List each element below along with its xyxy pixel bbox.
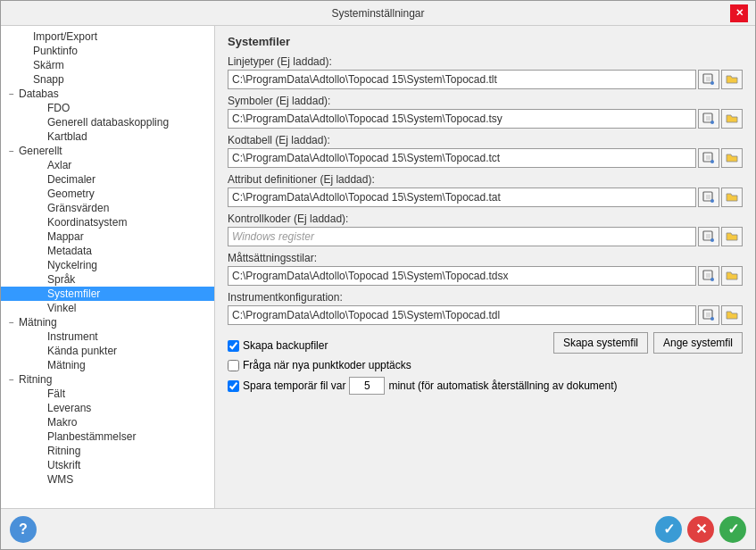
sidebar-item-wms[interactable]: WMS [1,472,214,487]
field-group-kodtabell: Kodtabell (Ej laddad): [228,134,743,168]
field-group-attribut: Attribut definitioner (Ej laddad): [228,173,743,207]
field-reload-btn-attribut[interactable] [698,188,719,207]
fraga-punktkoder-label[interactable]: Fråga när nya punktkoder upptäcks [228,359,743,371]
sidebar-item-skarm[interactable]: Skärm [1,58,214,72]
field-open-btn-instrumentkonfiguration[interactable] [721,305,743,325]
sidebar-item-label-snapp: Snapp [33,73,64,86]
field-open-btn-kodtabell[interactable] [721,148,743,168]
sidebar-item-utskrift[interactable]: Utskrift [1,458,214,472]
field-reload-btn-kontrollkoder[interactable] [698,227,719,246]
close-button[interactable]: ✕ [730,4,748,22]
sidebar-item-koordinatsystem[interactable]: Koordinatsystem [1,215,214,229]
field-input-kontrollkoder[interactable] [228,227,696,246]
sidebar-item-generell-databaskoppling[interactable]: Generell databaskoppling [1,115,214,129]
sidebar-item-label-makro: Makro [47,416,77,429]
field-open-btn-attribut[interactable] [721,188,743,207]
sidebar-item-axlar[interactable]: Axlar [1,158,214,172]
skapa-backupfiler-checkbox[interactable] [228,340,239,352]
field-reload-btn-mattsattningsstilar[interactable] [698,266,719,286]
field-label-linjetyper: Linjetyper (Ej laddad): [228,55,743,68]
sidebar-item-label-matning-sub: Mätning [47,359,86,371]
field-input-attribut[interactable] [228,188,696,207]
field-open-btn-linjetyper[interactable] [721,70,743,89]
sidebar-item-systemfiler[interactable]: Systemfiler [1,287,214,301]
sidebar-item-leverans[interactable]: Leverans [1,401,214,415]
field-reload-btn-kodtabell[interactable] [698,148,719,168]
field-row-mattsattningsstilar [228,266,743,286]
sidebar-item-generellt[interactable]: −Generellt [1,144,214,158]
field-group-symboler: Symboler (Ej laddad): [228,95,743,129]
sidebar-item-falt[interactable]: Fält [1,387,214,401]
sidebar-item-databas[interactable]: −Databas [1,87,214,101]
apply-button[interactable]: ✓ [719,516,746,543]
sidebar-item-label-generell-databaskoppling: Generell databaskoppling [47,116,169,129]
sidebar-item-kartblad[interactable]: Kartblad [1,129,214,144]
sidebar: Import/ExportPunktinfoSkärmSnapp−Databas… [1,26,215,508]
field-open-btn-symboler[interactable] [721,109,743,129]
help-button[interactable]: ? [10,516,37,543]
sidebar-item-makro[interactable]: Makro [1,415,214,429]
content-panel: Systemfiler Linjetyper (Ej laddad):Symbo… [215,26,755,508]
sidebar-item-fdo[interactable]: FDO [1,101,214,115]
reload-icon [702,270,715,282]
bottom-left: ? [10,516,37,543]
sidebar-item-kanda-punkter[interactable]: Kända punkter [1,344,214,358]
skapa-backupfiler-label[interactable]: Skapa backupfiler [228,339,328,352]
expand-icon-ritning: − [4,375,19,385]
sidebar-item-label-vinkel: Vinkel [47,302,76,314]
minutes-suffix: minut (för automatisk återställning av d… [388,379,617,392]
sidebar-item-label-falt: Fält [47,388,65,400]
sidebar-item-gransvarden[interactable]: Gränsvärden [1,201,214,215]
fraga-punktkoder-text: Fråga när nya punktkoder upptäcks [243,359,411,371]
folder-icon [726,112,738,125]
main-content: Import/ExportPunktinfoSkärmSnapp−Databas… [1,26,755,508]
sidebar-item-planbestammelser[interactable]: Planbestämmelser [1,429,214,444]
svg-point-7 [710,199,714,203]
sidebar-item-label-koordinatsystem: Koordinatsystem [47,216,127,229]
field-input-kodtabell[interactable] [228,148,696,168]
sidebar-item-sprak[interactable]: Språk [1,272,214,287]
sidebar-item-mappar[interactable]: Mappar [1,229,214,244]
spara-temporar-label[interactable]: Spara temporär fil var [243,379,345,392]
svg-point-3 [710,121,714,124]
bottom-bar: ? ✓ ✕ ✓ [1,508,755,549]
field-input-linjetyper[interactable] [228,70,696,89]
ange-systemfil-button[interactable]: Ange systemfil [653,332,743,354]
ok-button[interactable]: ✓ [655,516,682,543]
field-reload-btn-linjetyper[interactable] [698,70,719,89]
sidebar-item-matning-sub[interactable]: Mätning [1,358,214,372]
sidebar-item-label-leverans: Leverans [47,402,91,414]
spara-temporar-checkbox[interactable] [228,380,239,392]
field-open-btn-mattsattningsstilar[interactable] [721,266,743,286]
sidebar-item-geometry[interactable]: Geometry [1,187,214,201]
sidebar-item-metadata[interactable]: Metadata [1,244,214,258]
sidebar-item-ritning[interactable]: −Ritning [1,372,214,387]
sidebar-item-matning[interactable]: −Mätning [1,315,214,329]
sidebar-item-ritning-sub[interactable]: Ritning [1,444,214,458]
cancel-button[interactable]: ✕ [687,516,714,543]
sidebar-item-label-axlar: Axlar [47,159,71,171]
skapa-systemfil-button[interactable]: Skapa systemfil [553,332,648,354]
field-input-symboler[interactable] [228,109,696,129]
sidebar-item-instrument[interactable]: Instrument [1,329,214,344]
help-icon: ? [19,521,28,538]
field-reload-btn-instrumentkonfiguration[interactable] [698,305,719,325]
field-input-mattsattningsstilar[interactable] [228,266,696,286]
sidebar-item-label-wms: WMS [47,473,73,486]
minutes-input[interactable]: 5 [349,377,385,395]
sidebar-item-decimaler[interactable]: Decimaler [1,172,214,187]
field-input-instrumentkonfiguration[interactable] [228,305,696,325]
fraga-punktkoder-checkbox[interactable] [228,360,239,371]
sidebar-item-punktinfo[interactable]: Punktinfo [1,44,214,58]
sidebar-item-nyckelring[interactable]: Nyckelring [1,258,214,272]
actions-row: Skapa backupfiler Skapa systemfil Ange s… [228,332,743,354]
sidebar-item-vinkel[interactable]: Vinkel [1,301,214,315]
section-title: Systemfiler [228,35,743,48]
field-row-symboler [228,109,743,129]
sidebar-item-import-export[interactable]: Import/Export [1,29,214,44]
field-row-kodtabell [228,148,743,168]
sidebar-item-label-metadata: Metadata [47,245,92,257]
field-open-btn-kontrollkoder[interactable] [721,227,743,246]
field-reload-btn-symboler[interactable] [698,109,719,129]
sidebar-item-snapp[interactable]: Snapp [1,72,214,87]
